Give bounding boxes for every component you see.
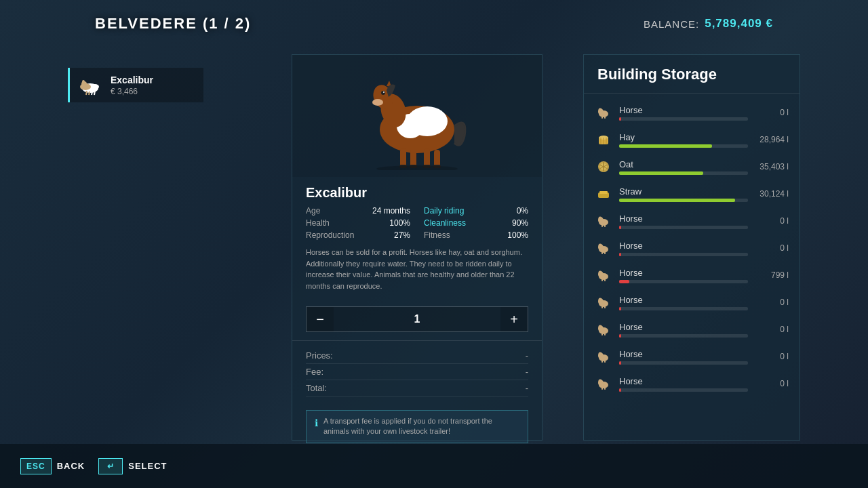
svg-rect-18 (400, 148, 406, 167)
storage-bar-wrap (619, 334, 748, 338)
svg-rect-30 (601, 116, 603, 119)
storage-item-icon (595, 293, 612, 311)
quantity-increase-button[interactable]: + (500, 307, 528, 331)
health-value: 100% (389, 218, 410, 228)
balance-label: BALANCE: (644, 18, 699, 30)
storage-item-name: Horse (619, 214, 748, 224)
horse-image (349, 62, 485, 170)
storage-item-content: Horse (619, 295, 748, 310)
prices-label: Prices: (306, 350, 333, 361)
stat-fitness: Fitness 100% (424, 230, 528, 240)
horse-image-area (292, 55, 542, 177)
storage-item-content: Horse (619, 322, 748, 338)
esc-key: ESC (20, 458, 52, 474)
storage-item-name: Horse (619, 241, 748, 251)
esc-label: BACK (57, 461, 85, 471)
svg-rect-58 (604, 279, 606, 281)
storage-bar-wrap (619, 388, 748, 392)
storage-item: Horse0 l (584, 235, 800, 262)
svg-line-8 (94, 91, 95, 95)
info-text: A transport fee is applied if you do not… (323, 416, 519, 437)
building-storage-panel: Building Storage Horse0 lHay28,964 lOat3… (583, 54, 800, 441)
health-label: Health (306, 218, 330, 228)
storage-item-icon (595, 239, 612, 257)
stat-daily-riding: Daily riding 0% (424, 206, 528, 216)
svg-rect-43 (599, 191, 608, 194)
animal-icon (77, 73, 104, 97)
svg-rect-77 (601, 387, 603, 390)
header: BELVEDERE (1 / 2) BALANCE: 5,789,409 € (0, 0, 868, 47)
storage-bar (619, 171, 703, 175)
stat-age: Age 24 months (306, 206, 410, 216)
svg-rect-78 (604, 387, 606, 390)
storage-item-amount: 0 l (755, 298, 789, 307)
age-value: 24 months (372, 206, 410, 216)
storage-item-name: Horse (619, 376, 748, 386)
storage-item-name: Oat (619, 159, 748, 169)
total-value: - (526, 383, 528, 393)
prices-row: Prices: - (306, 348, 528, 364)
svg-point-26 (376, 165, 458, 170)
info-box: ℹ A transport fee is applied if you do n… (306, 410, 528, 443)
svg-rect-73 (604, 360, 606, 363)
svg-rect-68 (604, 333, 606, 336)
cleanliness-value: 90% (512, 218, 528, 228)
price-section: Prices: - Fee: - Total: - (292, 340, 542, 403)
storage-bar (619, 388, 621, 392)
svg-point-16 (383, 92, 384, 93)
svg-point-4 (82, 80, 85, 84)
storage-item: Horse0 l (584, 99, 800, 126)
storage-item-name: Hay (619, 132, 748, 142)
storage-bar (619, 226, 621, 229)
animal-selector: Excalibur € 3,466 (68, 68, 203, 102)
stat-health: Health 100% (306, 218, 410, 228)
svg-rect-67 (601, 333, 603, 336)
storage-item-content: Horse (619, 268, 748, 283)
svg-point-61 (599, 298, 602, 302)
storage-item-amount: 30,124 l (755, 189, 789, 199)
storage-item-amount: 0 l (755, 216, 789, 226)
daily-riding-label: Daily riding (424, 206, 464, 216)
storage-bar-wrap (619, 361, 748, 365)
animal-list-item[interactable]: Excalibur € 3,466 (68, 68, 203, 102)
esc-button[interactable]: ESC BACK (20, 458, 85, 474)
storage-item: Horse0 l (584, 289, 800, 316)
storage-bar-wrap (619, 307, 748, 310)
storage-bar-wrap (619, 253, 748, 256)
storage-bar (619, 199, 735, 202)
storage-item-content: Horse (619, 376, 748, 392)
svg-rect-53 (604, 251, 606, 254)
storage-bar (619, 117, 621, 121)
location-title: BELVEDERE (1 / 2) (95, 15, 251, 33)
svg-point-51 (599, 244, 602, 247)
svg-point-56 (599, 271, 602, 274)
storage-bar-wrap (619, 280, 748, 283)
storage-bar-wrap (619, 117, 748, 121)
stat-reproduction: Reproduction 27% (306, 230, 410, 240)
storage-item: Straw30,124 l (584, 180, 800, 207)
storage-bar (619, 361, 621, 365)
svg-line-6 (89, 92, 90, 95)
storage-bar (619, 334, 621, 338)
storage-bar-wrap (619, 171, 748, 175)
storage-item: Hay28,964 l (584, 126, 800, 153)
storage-bar (619, 280, 629, 283)
storage-item-name: Straw (619, 186, 748, 197)
main-panel: Excalibur Age 24 months Daily riding 0% … (292, 54, 542, 441)
animal-info: Excalibur € 3,466 (111, 75, 197, 96)
storage-item: Horse0 l (584, 207, 800, 235)
storage-bar-wrap (619, 226, 748, 229)
fee-label: Fee: (306, 367, 323, 377)
fee-value: - (526, 367, 528, 377)
storage-item: Horse0 l (584, 370, 800, 397)
svg-point-66 (599, 325, 602, 329)
svg-line-5 (86, 91, 87, 95)
storage-item-amount: 0 l (755, 379, 789, 388)
storage-item-content: Horse (619, 105, 748, 121)
select-button[interactable]: ↵ SELECT (98, 458, 167, 474)
storage-item-amount: 28,964 l (755, 135, 789, 144)
storage-item-icon (595, 266, 612, 284)
quantity-decrease-button[interactable]: − (307, 307, 334, 331)
reproduction-value: 27% (394, 230, 410, 240)
animal-detail-name: Excalibur (292, 177, 542, 206)
